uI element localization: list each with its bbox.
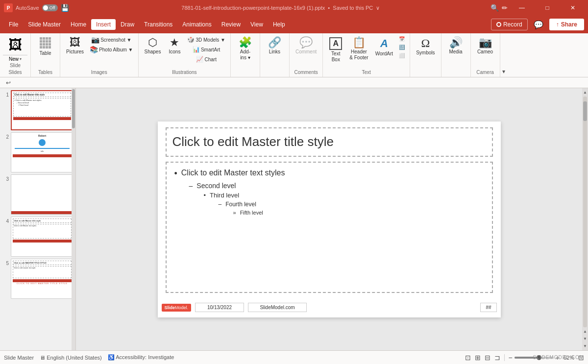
symbols-button[interactable]: Ω Symbols <box>413 35 438 58</box>
menu-review[interactable]: Review <box>217 19 245 30</box>
title-text: Click to edit Master title style <box>172 134 334 149</box>
new-slide-button[interactable]: 🖼 New ▾ Slide <box>3 35 27 68</box>
slide-sorter-icon[interactable]: ⊞ <box>475 354 481 362</box>
ribbon-group-label-camera: Camera <box>476 70 494 77</box>
scrollbar-track[interactable] <box>583 97 587 327</box>
3d-models-button[interactable]: 🎲 3D Models ▼ <box>185 35 227 44</box>
autosave-toggle[interactable]: Off <box>42 4 58 11</box>
ribbon-group-symbols: Ω Symbols <box>410 33 441 77</box>
menu-insert[interactable]: Insert <box>91 19 116 30</box>
thumb-1-footer <box>13 117 71 120</box>
links-button[interactable]: 🔗 Links <box>265 35 284 57</box>
slide-number-4: 4 <box>2 217 9 224</box>
header-footer-button[interactable]: 📋 Header& Footer <box>346 35 371 63</box>
cameo-button[interactable]: 📷 Cameo <box>474 35 496 57</box>
minimize-button[interactable]: — <box>511 0 533 16</box>
scrollbar-down-arrow[interactable]: ▼ <box>582 343 588 349</box>
table-button[interactable]: Table <box>37 35 54 58</box>
add-ins-button[interactable]: 🧩 Add-ins ▾ <box>235 35 255 63</box>
symbols-label: Symbols <box>416 50 435 56</box>
ribbon-group-label-slides: Slides <box>8 70 22 77</box>
menu-home[interactable]: Home <box>66 19 91 30</box>
menu-slide-master[interactable]: Slide Master <box>23 19 66 30</box>
shapes-button[interactable]: ⬡ Shapes <box>142 35 164 57</box>
slides-scrollbar-thumb <box>72 89 75 128</box>
add-ins-icon: 🧩 <box>239 37 252 48</box>
photo-album-icon: 📚 <box>90 46 98 53</box>
new-slide-label-area[interactable]: New ▾ <box>3 55 27 63</box>
menu-draw[interactable]: Draw <box>116 19 139 30</box>
screenshot-label: Screenshot ▼ <box>100 37 131 43</box>
media-button[interactable]: 🔊 Media <box>446 35 466 57</box>
chart-button[interactable]: 📈 Chart <box>185 55 227 64</box>
slide-canvas[interactable]: Click to edit Master title style Click t… <box>158 121 501 317</box>
thumb-4-content: Click to edit Master text styles <box>13 224 72 239</box>
slide-number-1: 1 <box>2 90 9 97</box>
slide-thumb-inner-4: Click to edit Master title style Click t… <box>11 217 73 256</box>
pen-icon[interactable]: ✏ <box>502 4 508 12</box>
content-placeholder[interactable]: Click to edit Master text styles Second … <box>166 162 493 293</box>
3d-models-label: 3D Models ▼ <box>196 37 225 43</box>
scrollbar-step-down[interactable]: ▼ <box>582 336 588 342</box>
autosave-knob <box>43 5 48 10</box>
menu-file[interactable]: File <box>4 19 23 30</box>
bullet-level-2: Second level <box>174 182 484 190</box>
save-icon[interactable]: 💾 <box>61 4 69 12</box>
presenter-view-icon[interactable]: ⊐ <box>494 354 500 362</box>
slide-thumb-5[interactable]: Click to edit MASTER TITLE STYLE Click t… <box>11 259 74 299</box>
pictures-button[interactable]: 🖼 Pictures <box>63 35 87 57</box>
new-slide-icon-area[interactable]: 🖼 <box>3 35 27 55</box>
menu-transitions[interactable]: Transitions <box>139 19 177 30</box>
ribbon-group-comments: 💬 Comment Comments <box>290 33 323 77</box>
status-separator <box>504 354 505 361</box>
slides-scrollbar[interactable] <box>72 88 75 350</box>
slide-thumb-inner-1: Click to edit Master title style • Click… <box>12 91 73 129</box>
slide-thumb-2[interactable]: Robert info <box>11 132 74 172</box>
slide-num-button[interactable]: 🔢 <box>397 44 407 51</box>
screenshot-button[interactable]: 📷 Screenshot ▼ <box>88 35 135 44</box>
search-icon[interactable]: 🔍 <box>490 4 499 12</box>
undo-icon[interactable]: ↩ <box>4 78 13 87</box>
reading-view-icon[interactable]: ⊟ <box>485 354 490 362</box>
links-label: Links <box>269 49 280 55</box>
menu-animations[interactable]: Animations <box>177 19 216 30</box>
ribbon-group-items-slides: 🖼 New ▾ Slide <box>3 35 27 70</box>
slide-thumb-3[interactable] <box>11 174 74 215</box>
new-slide-sublabel: Slide <box>10 63 21 68</box>
normal-view-icon[interactable]: ⊡ <box>465 354 471 362</box>
smartart-button[interactable]: 📊 SmartArt <box>185 45 227 54</box>
object-button[interactable]: ⬜ <box>397 52 407 59</box>
title-placeholder[interactable]: Click to edit Master title style <box>166 127 493 157</box>
3d-models-row: 🎲 3D Models ▼ <box>187 36 225 43</box>
bullet-l1-text: Click to edit Master text styles <box>181 169 285 177</box>
share-button[interactable]: ↑ Share <box>549 19 584 30</box>
icons-icon: ★ <box>170 37 179 48</box>
photo-album-button[interactable]: 📚 Photo Album ▼ <box>88 45 135 54</box>
expand-icon[interactable]: ▾ <box>502 68 505 75</box>
cameo-icon: 📷 <box>479 37 492 48</box>
slide-thumb-4[interactable]: Click to edit Master title style Click t… <box>11 217 74 257</box>
record-button[interactable]: Record <box>491 19 528 30</box>
icons-button[interactable]: ★ Icons <box>165 35 184 57</box>
comment-icon[interactable]: 💬 <box>532 18 545 31</box>
wordart-button[interactable]: A WordArt <box>372 35 396 59</box>
maximize-button[interactable]: □ <box>536 0 559 16</box>
3d-models-icon: 🎲 <box>187 36 195 43</box>
slide-thumb-1[interactable]: Click to edit Master title style • Click… <box>11 90 74 130</box>
table-label: Table <box>40 50 51 56</box>
ribbon-expand[interactable]: ▾ <box>500 33 507 77</box>
scrollbar-up-arrow[interactable]: ▲ <box>582 89 588 96</box>
date-time-button[interactable]: 📅 <box>397 35 407 43</box>
screenshot-row: 📷 Screenshot ▼ <box>91 36 131 43</box>
canvas-scrollbar-vertical[interactable]: ▲ ▲ ▼ ▼ <box>582 88 588 350</box>
accessibility-label[interactable]: ♿ Accessibility: Investigate <box>108 354 174 361</box>
close-button[interactable]: ✕ <box>562 0 584 16</box>
menu-help[interactable]: Help <box>268 19 290 30</box>
text-box-button[interactable]: A TextBox <box>326 35 345 65</box>
zoom-minus[interactable]: − <box>509 354 513 362</box>
ribbon-group-slides: 🖼 New ▾ Slide Slides <box>0 33 31 77</box>
table-icon <box>40 37 51 49</box>
record-dot <box>496 22 501 27</box>
scrollbar-step-up[interactable]: ▲ <box>582 328 588 335</box>
menu-view[interactable]: View <box>245 19 268 30</box>
